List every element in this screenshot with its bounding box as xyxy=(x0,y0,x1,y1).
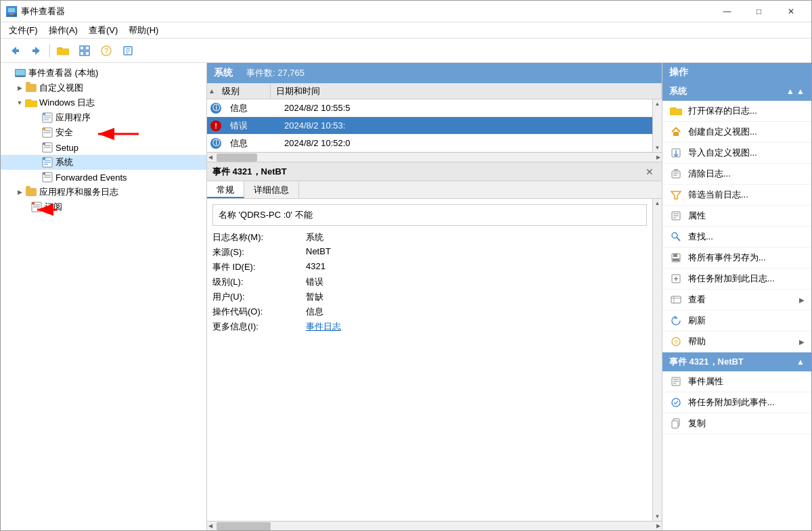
menu-help[interactable]: 帮助(H) xyxy=(123,23,164,38)
action-save-all[interactable]: 将所有事件另存为... xyxy=(662,248,811,269)
event-datetime-1: 2024/8/2 10:55:5 xyxy=(279,103,652,113)
app-log-icon xyxy=(41,112,53,123)
field-label-user: 用户(U): xyxy=(212,291,300,303)
action-find[interactable]: 查找... xyxy=(662,227,811,248)
detail-tabs: 常规 详细信息 xyxy=(207,181,662,199)
event-icon-3: ⓘ xyxy=(207,138,225,149)
action-attach-task[interactable]: 将任务附加到此日志... xyxy=(662,269,811,290)
event-icon-1: ⓘ xyxy=(207,103,225,114)
event-row-3[interactable]: ⓘ 信息 2024/8/2 10:52:0 xyxy=(207,135,652,152)
tree-application[interactable]: 应用程序 xyxy=(1,110,206,125)
back-button[interactable] xyxy=(5,41,25,60)
event-icon-2: ! xyxy=(207,120,225,131)
maximize-button[interactable]: □ xyxy=(744,2,774,21)
find-icon xyxy=(669,230,683,244)
event-section-arrow[interactable]: ▲ xyxy=(796,357,805,367)
close-button[interactable]: ✕ xyxy=(775,2,806,21)
help-button[interactable]: ? xyxy=(96,41,116,60)
detail-title-bar: 事件 4321，NetBT ✕ xyxy=(207,162,662,181)
import-view-icon xyxy=(669,146,683,160)
tree-system[interactable]: 系统 xyxy=(1,155,206,170)
view-arrow: ▶ xyxy=(799,296,805,304)
menu-action[interactable]: 操作(A) xyxy=(43,23,83,38)
action-view[interactable]: 查看 ▶ xyxy=(662,290,811,310)
svg-point-56 xyxy=(672,233,677,238)
action-filter-log[interactable]: 筛选当前日志... xyxy=(662,185,811,206)
svg-rect-33 xyxy=(43,158,45,160)
tree-app-services[interactable]: ▶ 应用程序和服务日志 xyxy=(1,185,206,200)
action-event-properties[interactable]: 事件属性 xyxy=(662,371,811,392)
main-content: 事件查看器 (本地) ▶ 自定义视图 ▼ xyxy=(1,63,811,530)
svg-rect-18 xyxy=(17,76,24,77)
field-label-opcode: 操作代码(O): xyxy=(212,306,300,318)
col-level-header: 级别 xyxy=(217,83,271,99)
setup-log-label: Setup xyxy=(55,143,78,153)
forward-button[interactable] xyxy=(26,41,47,60)
tree-setup[interactable]: Setup xyxy=(1,140,206,155)
tab-details[interactable]: 详细信息 xyxy=(244,181,299,198)
event-row-2[interactable]: ! 错误 2024/8/2 10:53: xyxy=(207,117,652,135)
event-level-3: 信息 xyxy=(225,137,279,149)
svg-rect-29 xyxy=(43,143,45,145)
menu-view[interactable]: 查看(V) xyxy=(83,23,123,38)
events-count: 事件数: 27,765 xyxy=(246,67,304,79)
open-button[interactable] xyxy=(53,41,73,60)
action-open-saved-log[interactable]: 打开保存的日志... xyxy=(662,101,811,122)
svg-rect-60 xyxy=(673,258,679,261)
events-hscrollbar[interactable]: ◀ ▶ xyxy=(207,152,662,162)
system-section-header[interactable]: 系统 ▲ ▲ xyxy=(662,82,811,101)
system-section-arrow[interactable]: ▲ ▲ xyxy=(786,87,805,96)
col-datetime-header: 日期和时间 xyxy=(271,83,662,99)
detail-hscrollbar[interactable]: ◀ ▶ xyxy=(207,521,662,530)
view-label: 查看 xyxy=(688,294,706,306)
detail-vscrollbar[interactable]: ▲ ▼ xyxy=(652,199,662,521)
events-vscrollbar[interactable]: ▲ ▼ xyxy=(652,99,662,152)
action-help[interactable]: ? 帮助 ▶ xyxy=(662,331,811,352)
event-row-1[interactable]: ⓘ 信息 2024/8/2 10:55:5 xyxy=(207,99,652,117)
view-icon xyxy=(669,293,683,306)
action-create-custom-view[interactable]: 创建自定义视图... xyxy=(662,122,811,143)
system-log-label: 系统 xyxy=(55,156,73,168)
attach-task-label: 将任务附加到此日志... xyxy=(688,273,775,285)
clear-log-label: 清除日志... xyxy=(688,168,731,180)
svg-rect-5 xyxy=(80,46,84,50)
detail-close-button[interactable]: ✕ xyxy=(643,166,656,177)
windows-logs-label: Windows 日志 xyxy=(39,97,95,109)
tree-root[interactable]: 事件查看器 (本地) xyxy=(1,66,206,80)
properties-label: 属性 xyxy=(688,210,706,222)
app-services-arrow: ▶ xyxy=(14,189,25,195)
create-view-icon xyxy=(669,125,683,139)
action-import-custom-view[interactable]: 导入自定义视图... xyxy=(662,143,811,164)
create-view-label: 创建自定义视图... xyxy=(688,126,757,138)
tree-windows-logs[interactable]: ▼ Windows 日志 xyxy=(1,95,206,110)
attach-task-event-label: 将任务附加到此事件... xyxy=(688,396,775,409)
menu-file[interactable]: 文件(F) xyxy=(3,23,43,38)
svg-rect-23 xyxy=(43,113,45,115)
tree-custom-views[interactable]: ▶ 自定义视图 xyxy=(1,80,206,95)
action-properties[interactable]: 属性 xyxy=(662,206,811,227)
event-section-header[interactable]: 事件 4321，NetBT ▲ xyxy=(662,352,811,371)
toolbar: ? xyxy=(1,39,811,63)
action-attach-task-event[interactable]: 将任务附加到此事件... xyxy=(662,392,811,413)
tree-security[interactable]: 安全 xyxy=(1,125,206,140)
event-props-icon xyxy=(669,375,683,388)
action-refresh[interactable]: 刷新 xyxy=(662,310,811,331)
app-icon xyxy=(6,6,17,17)
tree-forwarded-events[interactable]: Forwarded Events xyxy=(1,170,206,185)
field-value-level: 错误 xyxy=(306,276,647,288)
action-clear-log[interactable]: 清除日志... xyxy=(662,164,811,185)
h-scroll-thumb[interactable] xyxy=(217,154,257,162)
grid-button[interactable] xyxy=(74,41,95,60)
detail-h-thumb[interactable] xyxy=(217,522,271,530)
field-value-source: NetBT xyxy=(306,246,647,258)
properties-button[interactable] xyxy=(118,41,138,60)
windows-logs-icon xyxy=(25,97,37,108)
tab-general[interactable]: 常规 xyxy=(207,181,244,198)
tree-subscriptions[interactable]: 订阅 xyxy=(1,200,206,214)
info-icon-3: ⓘ xyxy=(210,138,221,149)
actions-title: 操作 xyxy=(669,66,688,78)
action-copy[interactable]: 复制 xyxy=(662,413,811,434)
field-value-more[interactable]: 事件日志 xyxy=(306,321,647,333)
minimize-button[interactable]: — xyxy=(712,2,742,21)
svg-rect-76 xyxy=(672,421,678,428)
